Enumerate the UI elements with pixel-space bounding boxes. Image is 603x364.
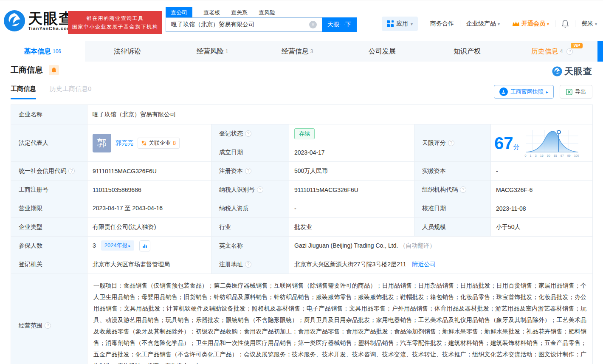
- menu-divider: [555, 20, 555, 27]
- official-snapshot-button[interactable]: 工商官网快照 ▸: [494, 85, 554, 99]
- user-menu[interactable]: 费米 ▾: [581, 20, 597, 28]
- tab-count: 3: [310, 48, 313, 54]
- subtab-business-registration[interactable]: 工商信息: [11, 85, 36, 99]
- menu-cooperation[interactable]: 商务合作: [430, 20, 454, 28]
- table-row: 经营范围? 一般项目：食品销售（仅销售预包装食品）；第二类医疗器械销售；互联网销…: [11, 274, 593, 364]
- help-icon[interactable]: ?: [45, 322, 51, 329]
- slogan-line1: 都在用的商业查询工具: [87, 14, 144, 23]
- tab-business-risk[interactable]: 经营风险 1: [170, 41, 255, 62]
- menu-enterprise-products[interactable]: 企业级产品 ▾: [466, 20, 500, 28]
- menu-vip-label: 开通会员: [521, 20, 545, 28]
- term-value: 2023-04-17 至 2043-04-16: [87, 199, 211, 218]
- search-button[interactable]: 天眼一下: [322, 17, 357, 32]
- help-icon[interactable]: ?: [566, 48, 573, 55]
- reg-address-cell: 北京市大兴区新源大街27号院3号楼2层211 附近公司: [289, 255, 593, 274]
- paid-capital-label: 实缴资本: [414, 162, 491, 181]
- org-code-label: 组织机构代码?: [414, 181, 491, 199]
- tab-legal-lawsuits[interactable]: 法律诉讼: [85, 41, 170, 62]
- search-tab-company[interactable]: 查公司: [166, 7, 192, 18]
- tab-label: 知识产权: [454, 47, 481, 56]
- approval-date-value: 2023-11-08: [491, 199, 593, 218]
- chevron-down-icon: ▾: [411, 22, 413, 26]
- reg-number-label: 工商注册号: [11, 181, 87, 199]
- tab-count: 106: [53, 48, 61, 54]
- watermark-text: 天眼查: [564, 65, 592, 77]
- en-name-value: Gazi Jiuguan (Beijing) Trading Co., Ltd.: [294, 242, 398, 249]
- menu-divider: [460, 20, 460, 27]
- legal-rep-label: 法定代表人: [11, 124, 87, 162]
- tianyancha-logo[interactable]: 天眼查 TianYanCha.com: [3, 10, 74, 32]
- search-tab-boss[interactable]: 查老板: [203, 7, 220, 18]
- status-badge: 存续: [294, 128, 315, 139]
- help-icon[interactable]: ?: [460, 186, 466, 193]
- brand-name: 天眼查: [28, 11, 74, 26]
- taxpayer-quality-label: 纳税人资质: [211, 199, 289, 218]
- export-button[interactable]: 导出: [560, 85, 592, 99]
- paid-capital-value: -: [491, 162, 593, 181]
- score-cell[interactable]: 67分: [491, 124, 593, 162]
- help-icon[interactable]: ?: [245, 261, 251, 268]
- related-companies-badge[interactable]: 关联企业 8: [138, 138, 180, 149]
- reg-address-value: 北京市大兴区新源大街27号院3号楼2层211: [294, 261, 406, 268]
- term-label: 营业期限: [11, 199, 87, 218]
- tab-basic-info[interactable]: 基本信息 106: [0, 41, 85, 62]
- menu-open-vip[interactable]: 开通会员 ▾: [512, 20, 549, 28]
- reg-status-cell: 存续: [289, 124, 414, 143]
- slogan-banner: 都在用的商业查询工具 国家中小企业发展子基金旗下机构: [68, 11, 162, 34]
- tab-count: 4: [560, 48, 563, 54]
- notification-bell-icon[interactable]: [561, 20, 569, 28]
- industry-value: 批发业: [289, 218, 414, 237]
- approval-date-label: 核准日期: [414, 199, 491, 218]
- nearby-companies-link[interactable]: 附近公司: [412, 261, 436, 268]
- company-name-label: 企业名称: [11, 105, 87, 124]
- subtab-history-registration[interactable]: 历史工商信息0: [50, 85, 91, 93]
- insured-label: 参保人数: [11, 237, 87, 255]
- en-name-cell: Gazi Jiuguan (Beijing) Trading Co., Ltd.…: [289, 237, 593, 255]
- search-tab-relation[interactable]: 查关系: [231, 7, 248, 18]
- crown-icon: [512, 21, 520, 27]
- related-count: 8: [173, 140, 176, 146]
- arrow-right-icon: ▸: [129, 243, 131, 248]
- help-icon[interactable]: ?: [257, 186, 263, 193]
- en-name-label: 英文名称: [211, 237, 289, 255]
- tab-intellectual-property[interactable]: 知识产权: [425, 41, 510, 62]
- nav-edge-strip[interactable]: [597, 41, 603, 62]
- clear-icon[interactable]: ×: [309, 21, 317, 28]
- help-icon[interactable]: ?: [245, 168, 251, 174]
- section-header: 工商信息 天眼查: [11, 65, 592, 78]
- toolbar: 工商信息 历史工商信息0 工商官网快照 ▸ 导出: [11, 85, 592, 101]
- search-tab-risk[interactable]: 查风险: [259, 7, 275, 18]
- watermark-logo-icon: [552, 66, 562, 76]
- tab-label: 基本信息: [24, 47, 51, 56]
- company-type-label: 企业类型: [11, 218, 87, 237]
- watermark-logo: 天眼查: [552, 65, 592, 77]
- score-value: 67: [494, 134, 513, 152]
- table-row: 参保人数 3 2024年报 ▸ 英文名称 Gazi Jiuguan (Beiji: [11, 237, 593, 255]
- arrow-right-icon: ▸: [546, 90, 548, 94]
- annual-report-link[interactable]: 2024年报 ▸: [101, 240, 134, 251]
- top-header: 天眼查 TianYanCha.com 都在用的商业查询工具 国家中小企业发展子基…: [0, 0, 603, 40]
- user-name: 费米: [581, 20, 593, 28]
- tab-business-info[interactable]: 经营信息 3: [255, 41, 340, 62]
- tab-label: 公司发展: [369, 47, 396, 56]
- subscribe-bell-icon[interactable]: [49, 65, 59, 75]
- help-icon[interactable]: ?: [245, 130, 251, 137]
- score-label: 天眼评分?: [414, 124, 491, 162]
- help-icon[interactable]: ?: [448, 140, 454, 146]
- tab-history-info[interactable]: VIP 历史信息 4 ?: [510, 41, 595, 62]
- legal-rep-name-link[interactable]: 郭亮亮: [116, 139, 133, 147]
- reg-capital-value: 500万人民币: [289, 162, 414, 181]
- stamp-icon: [499, 87, 508, 96]
- table-row: 企业名称 嘎子玖馆（北京）贸易有限公司: [11, 105, 593, 124]
- table-row: 法定代表人 郭 郭亮亮 关联企业 8: [11, 124, 593, 143]
- tab-company-development[interactable]: 公司发展: [340, 41, 425, 62]
- legal-rep-avatar[interactable]: 郭: [93, 134, 111, 152]
- help-icon[interactable]: ?: [68, 168, 75, 174]
- tab-label: 法律诉讼: [114, 47, 141, 56]
- search-input[interactable]: [166, 17, 322, 32]
- company-type-value: 有限责任公司(法人独资): [87, 218, 211, 237]
- table-row: 登记机关 北京市大兴区市场监督管理局 注册地址? 北京市大兴区新源大街27号院3…: [11, 255, 593, 274]
- reg-address-label: 注册地址?: [211, 255, 289, 274]
- apps-menu[interactable]: 应用 ▾: [382, 17, 418, 31]
- insured-trend-button[interactable]: [139, 240, 150, 251]
